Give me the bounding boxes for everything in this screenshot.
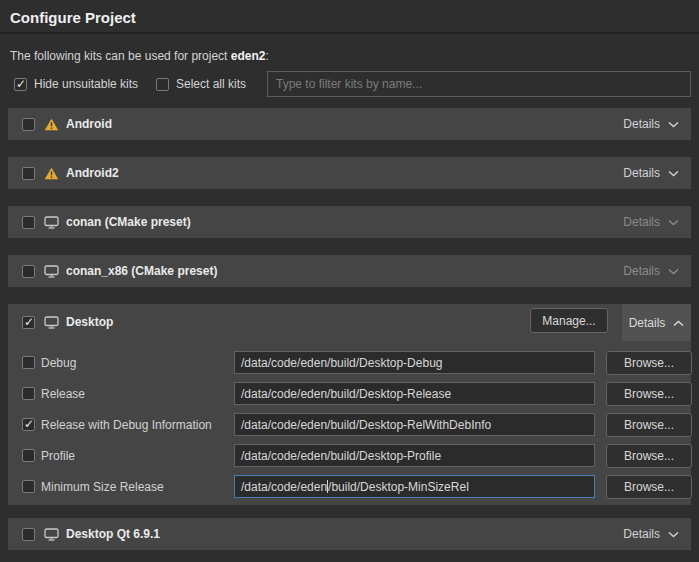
kit-name: Android2 — [66, 166, 119, 180]
details-toggle[interactable]: Details — [623, 264, 679, 278]
config-checkbox[interactable] — [22, 356, 35, 369]
kit-checkbox[interactable] — [22, 528, 35, 541]
filter-input[interactable] — [267, 71, 691, 97]
project-name: eden2 — [231, 49, 266, 63]
kit-header: Android2 Details — [8, 157, 691, 189]
select-all-checkbox[interactable]: Select all kits — [156, 77, 246, 91]
details-label: Details — [623, 117, 660, 131]
details-toggle[interactable]: Details — [623, 117, 679, 131]
config-label: Profile — [41, 449, 75, 463]
intro-text: The following kits can be used for proje… — [10, 49, 269, 63]
build-dir-input[interactable]: /data/code/eden/build/Desktop-Release — [234, 382, 595, 405]
details-label: Details — [623, 215, 660, 229]
chevron-down-icon — [668, 215, 679, 229]
warning-icon — [44, 118, 59, 131]
config-checkbox[interactable] — [22, 480, 35, 493]
intro-suffix: : — [265, 49, 268, 63]
title-divider — [0, 32, 699, 34]
kit-name: Desktop Qt 6.9.1 — [66, 527, 160, 541]
warning-icon — [44, 167, 59, 180]
kit-row-conan: conan (CMake preset) Details — [8, 206, 691, 238]
build-dir-input[interactable]: /data/code/eden/build/Desktop-MinSizeRel — [234, 475, 595, 498]
config-label: Debug — [41, 356, 76, 370]
details-toggle[interactable]: Details — [623, 215, 679, 229]
details-toggle[interactable]: Details — [623, 527, 679, 541]
desktop-icon — [44, 528, 59, 541]
build-dir-value: /data/code/eden/build/Desktop-RelWithDeb… — [241, 418, 491, 432]
kit-checkbox[interactable] — [22, 216, 35, 229]
kit-row-android: Android Details — [8, 108, 691, 140]
config-label: Release — [41, 387, 85, 401]
hide-unsuitable-checkbox[interactable]: Hide unsuitable kits — [14, 77, 138, 91]
desktop-icon — [44, 265, 59, 278]
kit-checkbox[interactable] — [22, 167, 35, 180]
config-checkbox[interactable] — [22, 418, 35, 431]
hide-unsuitable-label: Hide unsuitable kits — [34, 77, 138, 91]
build-dir-value: /data/code/eden/build/Desktop-Debug — [241, 356, 442, 370]
config-checkbox[interactable] — [22, 387, 35, 400]
build-config-row-minsizerel: Minimum Size Release /data/code/eden/bui… — [8, 475, 691, 499]
chevron-down-icon — [668, 264, 679, 278]
build-config-row-relwithdebinfo: Release with Debug Information /data/cod… — [8, 413, 691, 437]
details-toggle[interactable]: Details — [623, 166, 679, 180]
desktop-icon — [44, 216, 59, 229]
kit-name: conan (CMake preset) — [66, 215, 191, 229]
chevron-down-icon — [668, 166, 679, 180]
kit-name: Desktop — [66, 315, 113, 329]
intro-prefix: The following kits can be used for proje… — [10, 49, 231, 63]
kit-row-desktop-qt: Desktop Qt 6.9.1 Details — [8, 518, 691, 550]
details-label: Details — [623, 264, 660, 278]
build-config-row-debug: Debug /data/code/eden/build/Desktop-Debu… — [8, 351, 691, 375]
kit-checkbox[interactable] — [22, 316, 35, 329]
chevron-down-icon — [668, 117, 679, 131]
select-all-label: Select all kits — [176, 77, 246, 91]
config-label: Minimum Size Release — [41, 480, 164, 494]
build-config-row-profile: Profile /data/code/eden/build/Desktop-Pr… — [8, 444, 691, 468]
build-dir-input[interactable]: /data/code/eden/build/Desktop-Debug — [234, 351, 595, 374]
browse-button[interactable]: Browse... — [606, 444, 692, 468]
browse-button[interactable]: Browse... — [606, 475, 692, 499]
kit-header: Desktop Manage... — [8, 304, 691, 340]
config-checkbox[interactable] — [22, 449, 35, 462]
chevron-down-icon — [668, 527, 679, 541]
build-dir-value: /data/code/eden/build/Desktop-MinSizeRel — [241, 480, 469, 494]
checkbox-icon[interactable] — [14, 78, 27, 91]
kit-checkbox[interactable] — [22, 265, 35, 278]
kit-name: conan_x86 (CMake preset) — [66, 264, 217, 278]
build-dir-value: /data/code/eden/build/Desktop-Profile — [241, 449, 441, 463]
build-dir-value: /data/code/eden/build/Desktop-Release — [241, 387, 451, 401]
config-label: Release with Debug Information — [41, 418, 212, 432]
kit-header: Android Details — [8, 108, 691, 140]
checkbox-icon[interactable] — [156, 78, 169, 91]
kit-row-conan-x86: conan_x86 (CMake preset) Details — [8, 255, 691, 287]
kit-name: Android — [66, 117, 112, 131]
kit-header: Desktop Qt 6.9.1 Details — [8, 518, 691, 550]
kit-checkbox[interactable] — [22, 118, 35, 131]
kit-row-android2: Android2 Details — [8, 157, 691, 189]
details-label: Details — [623, 166, 660, 180]
build-dir-input[interactable]: /data/code/eden/build/Desktop-RelWithDeb… — [234, 413, 595, 436]
details-label: Details — [623, 527, 660, 541]
browse-button[interactable]: Browse... — [606, 351, 692, 375]
manage-button[interactable]: Manage... — [530, 308, 608, 333]
desktop-icon — [44, 316, 59, 329]
browse-button[interactable]: Browse... — [606, 413, 692, 437]
page-title: Configure Project — [10, 9, 136, 26]
browse-button[interactable]: Browse... — [606, 382, 692, 406]
build-config-row-release: Release /data/code/eden/build/Desktop-Re… — [8, 382, 691, 406]
build-dir-input[interactable]: /data/code/eden/build/Desktop-Profile — [234, 444, 595, 467]
kit-header: conan_x86 (CMake preset) Details — [8, 255, 691, 287]
configure-project-page: Configure Project The following kits can… — [0, 0, 699, 562]
kit-row-desktop: Details Desktop Manage... Debug /data/co… — [8, 304, 691, 505]
kit-header: conan (CMake preset) Details — [8, 206, 691, 238]
